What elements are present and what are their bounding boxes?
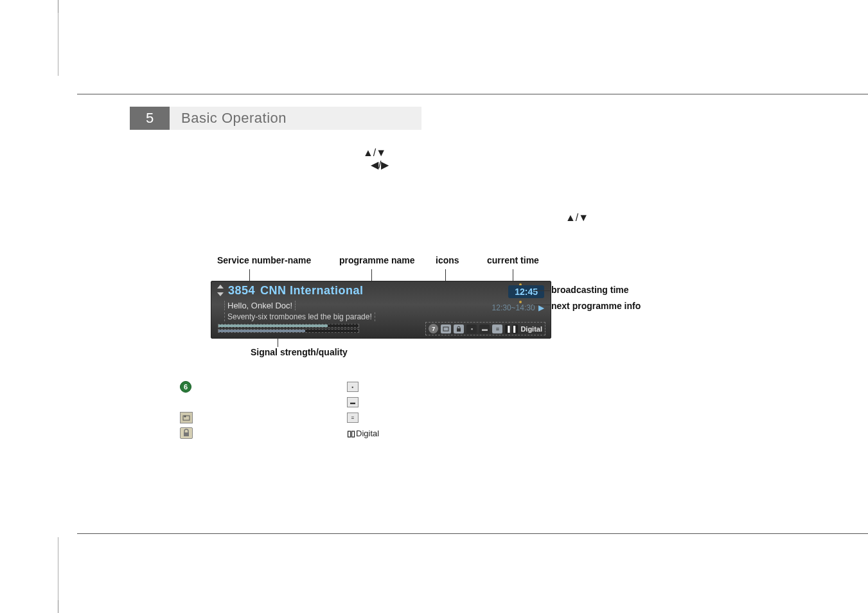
bottom-divider	[77, 533, 868, 534]
digital-label: Digital	[520, 325, 542, 333]
label-service: Service number-name	[217, 255, 311, 265]
label-tick	[278, 337, 278, 347]
dolby-digital-icon: ▯▯	[347, 429, 355, 438]
current-time-pill: 12:45	[508, 285, 544, 298]
current-programme-name: Hello, Onkel Doc!	[224, 301, 296, 310]
legend-row: 6 ▪	[180, 379, 565, 395]
chapter-number: 5	[130, 107, 170, 130]
label-tick	[249, 269, 250, 281]
chapter-title: Basic Operation	[170, 107, 421, 130]
age-rating-icon: 7	[429, 324, 438, 333]
label-next-programme: next programme info	[551, 301, 641, 312]
tv-icon: ▪	[347, 382, 359, 392]
osd-icon-strip: 7 ▪ ▬ ≡ ▐ ▐ Digital	[425, 322, 545, 335]
spine-mark	[58, 13, 58, 76]
up-down-arrow-icon: ▲/▼	[363, 147, 386, 159]
svg-marker-1	[217, 292, 224, 296]
tv-icon: ▪	[466, 324, 477, 333]
callout-line	[533, 290, 551, 291]
manual-page: 5 Basic Operation ▲/▼ ◀/▶ ▲/▼ Service nu…	[0, 0, 868, 613]
top-divider	[77, 94, 868, 94]
svg-rect-3	[457, 328, 461, 332]
osd-service-row: 3854 CNN International	[211, 281, 551, 298]
chapter-header: 5 Basic Operation	[130, 107, 421, 130]
label-tick	[371, 269, 372, 281]
legend-row: ▯▯Digital	[180, 425, 565, 441]
callout-line	[533, 305, 551, 305]
age-rating-icon: 6	[180, 381, 191, 393]
teletext-icon: ≡	[347, 413, 359, 423]
dolby-d-icon: ▐	[513, 324, 518, 333]
pay-tv-icon	[180, 412, 193, 423]
subtitle-icon: ▬	[347, 397, 359, 407]
signal-bars	[218, 324, 359, 334]
updown-icon	[217, 285, 224, 298]
label-broadcasting-time: broadcasting time	[551, 285, 641, 296]
svg-marker-0	[217, 285, 224, 289]
svg-rect-6	[184, 432, 189, 436]
up-down-arrow-icon: ▲/▼	[565, 212, 589, 224]
osd-info-bar: 3854 CNN International 12:45 Hello, Onke…	[211, 281, 551, 339]
lock-icon	[454, 324, 464, 333]
svg-rect-4	[183, 416, 190, 420]
svg-rect-2	[443, 327, 448, 331]
legend-row: ≡	[180, 410, 565, 425]
spine-mark	[58, 537, 58, 600]
label-programme: programme name	[339, 255, 414, 265]
pay-tv-icon	[441, 324, 451, 333]
lock-icon	[180, 427, 193, 439]
dolby-digital-label: Digital	[356, 429, 379, 438]
service-number: 3854	[228, 284, 255, 298]
subtitle-icon: ▬	[479, 324, 490, 333]
label-tick	[513, 269, 513, 281]
icon-legend: 6 ▪ ▬ ≡ ▯▯Digital	[180, 379, 565, 441]
service-name: CNN International	[260, 284, 364, 298]
osd-right-callouts: broadcasting time next programme info	[551, 285, 641, 317]
label-current-time: current time	[487, 255, 539, 265]
svg-point-5	[184, 416, 186, 418]
dolby-d-icon: ▐	[505, 324, 510, 333]
next-programme-short: Seventy-six trombones led the big parade…	[224, 312, 375, 321]
legend-row: ▬	[180, 395, 565, 410]
current-time-value: 12:45	[515, 287, 538, 297]
label-signal: Signal strength/quality	[251, 347, 348, 357]
left-right-arrow-icon: ◀/▶	[371, 159, 389, 171]
osd-top-labels: Service number-name programme name icons…	[211, 255, 660, 281]
broadcast-window: 12:30~14:30	[492, 303, 535, 312]
label-icons: icons	[436, 255, 459, 265]
teletext-icon: ≡	[492, 324, 502, 333]
